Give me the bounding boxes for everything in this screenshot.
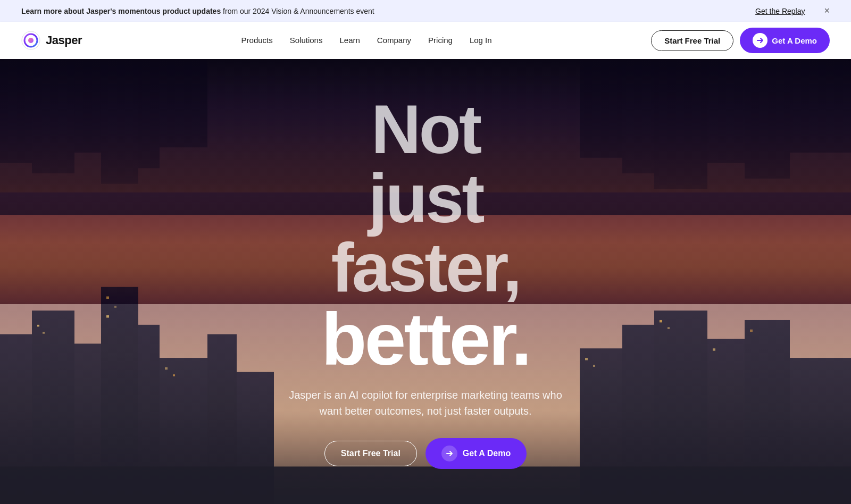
start-trial-button-nav[interactable]: Start Free Trial xyxy=(651,30,733,51)
start-trial-button-hero[interactable]: Start Free Trial xyxy=(324,441,417,466)
get-demo-button-hero[interactable]: Get A Demo xyxy=(426,438,527,469)
nav-item-solutions[interactable]: Solutions xyxy=(290,36,323,45)
nav-item-company[interactable]: Company xyxy=(377,36,411,45)
hero-headline-line2: just xyxy=(321,164,530,233)
svg-rect-31 xyxy=(0,467,851,504)
svg-rect-19 xyxy=(43,332,45,334)
announcement-regular: from our 2024 Vision & Announcements eve… xyxy=(223,7,374,15)
svg-rect-30 xyxy=(750,330,753,332)
nav-item-login[interactable]: Log In xyxy=(470,36,492,45)
navbar: Jasper Products Solutions Learn Company … xyxy=(0,22,851,59)
announcement-right: Get the Replay × xyxy=(755,5,830,16)
svg-rect-29 xyxy=(713,349,715,351)
demo-hero-arrow-icon xyxy=(441,446,457,461)
nav-links: Products Solutions Learn Company Pricing… xyxy=(241,36,492,45)
hero-actions: Start Free Trial Get A Demo xyxy=(324,438,527,469)
nav-actions: Start Free Trial Get A Demo xyxy=(651,28,830,53)
logo[interactable]: Jasper xyxy=(21,31,82,50)
close-announcement-button[interactable]: × xyxy=(824,5,830,16)
svg-rect-20 xyxy=(106,297,109,299)
hero-headline-line1: Not xyxy=(321,95,530,164)
svg-rect-18 xyxy=(37,325,39,327)
announcement-text: Learn more about Jasper's momentous prod… xyxy=(21,7,374,15)
svg-rect-22 xyxy=(106,315,109,317)
hero-section: Not just faster, better. Jasper is an AI… xyxy=(0,59,851,504)
svg-rect-23 xyxy=(165,367,168,369)
svg-point-2 xyxy=(28,38,34,43)
jasper-logo-icon xyxy=(21,31,40,50)
hero-content: Not just faster, better. Jasper is an AI… xyxy=(181,95,670,469)
svg-rect-24 xyxy=(173,375,175,377)
logo-text: Jasper xyxy=(46,33,82,47)
nav-item-pricing[interactable]: Pricing xyxy=(428,36,453,45)
nav-item-products[interactable]: Products xyxy=(241,36,273,45)
nav-item-learn[interactable]: Learn xyxy=(339,36,360,45)
hero-headline: Not just faster, better. xyxy=(321,95,530,387)
demo-arrow-icon xyxy=(753,33,767,48)
hero-subtext: Jasper is an AI copilot for enterprise m… xyxy=(287,387,564,419)
get-demo-label: Get A Demo xyxy=(772,36,817,45)
announcement-bar: Learn more about Jasper's momentous prod… xyxy=(0,0,851,22)
get-demo-button-nav[interactable]: Get A Demo xyxy=(740,28,830,53)
get-replay-link[interactable]: Get the Replay xyxy=(755,7,805,15)
hero-headline-line4: better. xyxy=(321,302,530,376)
get-demo-hero-label: Get A Demo xyxy=(463,449,511,458)
announcement-bold: Learn more about Jasper's momentous prod… xyxy=(21,7,221,15)
svg-rect-21 xyxy=(114,306,116,308)
hero-headline-line3: faster, xyxy=(321,233,530,302)
